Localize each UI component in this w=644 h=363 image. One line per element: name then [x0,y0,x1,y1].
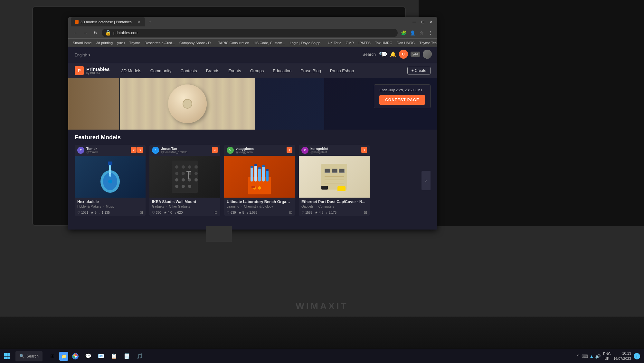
bookmark-thyme[interactable]: Thyme [127,40,142,45]
taskbar-app-7[interactable]: 🗒️ [121,350,133,362]
model-card-4[interactable]: K kerngebiet @kerngebiet ★ [299,145,370,216]
tag1-1: Hobby & Makers [77,205,101,208]
bookmark-danhmrc[interactable]: Dan HMRC [395,40,417,45]
bookmark-yuzu[interactable]: yuzu [115,40,127,45]
svg-rect-28 [254,165,257,182]
nav-community[interactable]: Community [147,66,175,75]
model-badges-2: ★ [212,147,218,153]
bookmark-smarthome[interactable]: SmartHome [71,40,94,45]
tab-close-button[interactable]: ✕ [137,20,141,24]
taskbar-keyboard-icon[interactable]: ⌨ [582,354,588,359]
user-avatar[interactable]: U [399,50,408,59]
bookmark-taric[interactable]: TARIC Consultation [216,40,251,45]
bookmark-uktaric[interactable]: UK Taric [326,40,343,45]
nav-education[interactable]: Education [269,66,295,75]
bookmark-star-icon[interactable]: ☆ [418,29,425,37]
create-button[interactable]: + Create [407,67,431,74]
tag2-3: Chemistry & Biology [244,205,273,208]
nav-prusa-eshop[interactable]: Prusa Eshop [326,66,358,75]
hero-image-center [120,78,255,130]
desktop: 3D models database | Printables... ✕ + —… [0,0,644,363]
taskbar-explorer-icon[interactable]: 📁 [59,352,68,361]
bookmark-ipaffs[interactable]: IPAFFS [356,40,373,45]
language-selector[interactable]: English ▾ [75,53,90,57]
bell-icon[interactable]: 🔔 [390,51,396,57]
chrome-icon [72,353,79,359]
nav-events[interactable]: Events [224,66,245,75]
bookmark-thymtest[interactable]: Thyme Test [417,40,437,45]
bookmark-company[interactable]: Company Share - D... [177,40,215,45]
back-button[interactable]: ← [71,29,79,37]
taskbar-volume-icon[interactable]: 🔊 [595,354,601,359]
likes-count-3: 639 [231,211,236,214]
desk-surface [0,317,644,349]
bookmark-descartes[interactable]: Descartes e-Cust... [143,40,177,45]
restore-button[interactable]: ⊡ [420,19,426,25]
active-tab[interactable]: 3D models database | Printables... ✕ [71,17,145,26]
bookmark-btn-1[interactable]: ⊡ [140,210,143,215]
likes-count-2: 360 [156,211,161,214]
address-bar[interactable]: 🔒 printables.com [102,29,398,37]
bookmark-btn-4[interactable]: ⊡ [364,210,367,215]
new-tab-button[interactable]: + [146,18,154,26]
bookmark-btn-2[interactable]: ⊡ [214,210,218,215]
taskbar-search-box[interactable]: 🔍 Search [15,351,43,361]
bookmark-login[interactable]: Login | Doyle Shipp... [288,40,325,45]
user-profile-icon[interactable] [423,50,432,59]
reload-button[interactable]: ↻ [91,29,100,37]
featured-models-section: Featured Models T Tomek @Tomek [68,130,437,219]
lab-svg [243,157,276,196]
taskbar-app-4[interactable]: 💬 [82,350,94,362]
taskbar-wifi-icon[interactable]: ▲ [589,354,594,359]
taskbar-app-6[interactable]: 📋 [108,350,120,362]
model-stats-1: ♡ 1021 ★ 5 ↓ 1,135 [77,210,143,215]
taskbar-chrome-icon[interactable] [70,350,81,362]
ukulele-svg [96,159,125,194]
bookmark-3dprinting[interactable]: 3d printing [94,40,115,45]
featured-title: Featured Models [75,134,431,141]
forward-button[interactable]: → [81,29,90,37]
model-card-2-header: J JonasTae @JonasTae_189951 ★ [149,145,220,156]
model-image-3 [224,156,295,198]
hero-image-left [68,78,120,130]
svg-rect-35 [262,165,265,167]
nav-3dmodels[interactable]: 3D Models [118,66,145,75]
taskbar-app-5[interactable]: 📧 [95,350,107,362]
minimize-button[interactable]: — [411,19,418,25]
star-icon-4: ★ [315,211,318,214]
user-count-badge: 244 [411,52,420,57]
nav-prusa-blog[interactable]: Prusa Blog [297,66,325,75]
contest-page-button[interactable]: CONTEST PAGE [379,95,425,105]
svg-rect-31 [266,170,269,182]
taskbar-info-button[interactable]: i [634,353,640,359]
nav-groups[interactable]: Groups [246,66,268,75]
extensions-icon[interactable]: 🧩 [400,29,407,37]
model-card-2[interactable]: J JonasTae @JonasTae_189951 ★ [149,145,220,216]
printables-logo[interactable]: P Printables by PRUSA [75,66,110,75]
download-icon-2: ↓ [175,211,176,214]
chat-icon[interactable]: 💬 [381,51,387,57]
bookmark-gmr[interactable]: GMR [344,40,356,45]
bookmark-taxhmrc[interactable]: Tax HMRC [373,40,394,45]
right-monitor-area [419,0,644,226]
taskbar-chevron-icon[interactable]: ⌃ [576,354,580,359]
svg-point-9 [175,165,178,169]
bookmark-btn-3[interactable]: ⊡ [289,210,292,215]
nav-contests[interactable]: Contests [176,66,201,75]
taskbar-app-8[interactable]: 🎵 [134,350,146,362]
next-arrow-button[interactable]: › [421,171,431,190]
start-button[interactable] [0,349,14,363]
model-card-4-header: K kerngebiet @kerngebiet ★ [299,145,370,156]
heart-icon-1: ♡ [77,211,80,214]
model-card-3[interactable]: V vsaggiomo @vsaggiomo ★ [224,145,295,216]
nav-brands[interactable]: Brands [202,66,223,75]
close-button[interactable]: ✕ [428,19,434,25]
bookmark-hscode[interactable]: HS Code, Custom... [252,40,287,45]
profile-icon[interactable]: 👤 [409,29,416,37]
more-options-icon[interactable]: ⋮ [427,29,434,37]
taskbar-widgets-icon[interactable]: ⊞ [46,350,58,362]
model-badges-4: ★ [361,147,367,153]
logo-subtitle: by PRUSA [86,72,110,75]
tab-area: 3D models database | Printables... ✕ + [71,17,409,26]
model-card-1[interactable]: T Tomek @Tomek ★ ★ [75,145,146,216]
